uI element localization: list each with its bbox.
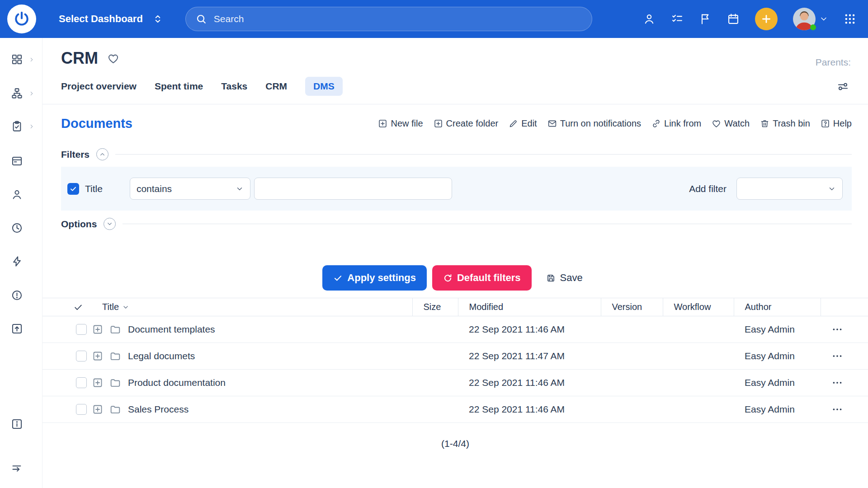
- expand-plus-icon[interactable]: [92, 324, 103, 335]
- sidebar-item-projects[interactable]: [11, 87, 23, 99]
- sidebar-item-info[interactable]: [11, 418, 23, 430]
- notifications-button[interactable]: Turn on notifications: [547, 118, 641, 129]
- row-checkbox[interactable]: [76, 324, 87, 335]
- main-content: CRM Parents: Project overview Spent time…: [42, 38, 868, 488]
- apps-grid-icon[interactable]: [844, 13, 856, 25]
- sidebar-collapse-button[interactable]: [11, 463, 23, 475]
- row-actions-menu-icon[interactable]: [831, 324, 843, 335]
- user-icon[interactable]: [643, 13, 656, 25]
- cell-version: [601, 343, 663, 370]
- sidebar-item-quick-actions[interactable]: [11, 255, 23, 267]
- notifications-label: Turn on notifications: [560, 118, 641, 129]
- page-header: CRM Parents: Project overview Spent time…: [42, 38, 868, 96]
- create-folder-button[interactable]: Create folder: [434, 118, 499, 129]
- user-menu-chevron-icon[interactable]: [819, 14, 828, 23]
- row-actions-menu-icon[interactable]: [831, 377, 843, 389]
- power-logo-icon: [13, 10, 30, 28]
- tab-spent-time[interactable]: Spent time: [155, 77, 203, 96]
- envelope-icon: [547, 119, 557, 128]
- sort-caret-icon[interactable]: [122, 304, 129, 311]
- cell-author: Easy Admin: [734, 343, 821, 370]
- search-icon: [196, 14, 207, 24]
- save-button[interactable]: Save: [541, 265, 588, 291]
- header-divider: [42, 104, 868, 104]
- column-header-title[interactable]: Title: [102, 302, 119, 312]
- chevron-right-icon[interactable]: [28, 90, 35, 97]
- title-filter-input[interactable]: [254, 178, 452, 200]
- folder-icon: [109, 404, 121, 415]
- select-all-icon[interactable]: [73, 302, 83, 312]
- cell-size: [412, 316, 458, 343]
- divider: [123, 224, 852, 224]
- row-checkbox[interactable]: [76, 377, 87, 388]
- tab-project-overview[interactable]: Project overview: [61, 77, 137, 96]
- cell-version: [601, 370, 663, 396]
- link-from-button[interactable]: Link from: [651, 118, 701, 129]
- filters-collapse-button[interactable]: [96, 148, 108, 160]
- edit-button[interactable]: Edit: [509, 118, 537, 129]
- sidebar-item-updates[interactable]: [11, 323, 23, 335]
- question-icon: [821, 119, 830, 128]
- trash-icon: [760, 119, 769, 128]
- trash-bin-button[interactable]: Trash bin: [760, 118, 810, 129]
- new-file-button[interactable]: New file: [378, 118, 423, 129]
- chevron-right-icon[interactable]: [28, 123, 35, 130]
- global-search[interactable]: [185, 7, 592, 31]
- default-filters-label: Default filters: [457, 272, 521, 284]
- help-button[interactable]: Help: [821, 118, 852, 129]
- column-header-version: Version: [601, 298, 663, 316]
- title-filter-checkbox[interactable]: [67, 183, 79, 195]
- quick-add-button[interactable]: [755, 8, 778, 30]
- add-filter-label: Add filter: [689, 183, 726, 194]
- task-list-icon[interactable]: [671, 13, 684, 25]
- row-checkbox[interactable]: [76, 404, 87, 415]
- cell-workflow: [663, 316, 734, 343]
- select-dashboard-button[interactable]: Select Dashboard: [59, 13, 164, 25]
- document-title-link[interactable]: Document templates: [128, 324, 215, 335]
- favorite-heart-icon[interactable]: [107, 52, 119, 65]
- row-actions-menu-icon[interactable]: [831, 350, 843, 362]
- calendar-icon[interactable]: [727, 13, 740, 25]
- operator-select[interactable]: contains: [130, 178, 250, 200]
- tab-dms[interactable]: DMS: [305, 77, 343, 96]
- chevron-right-icon[interactable]: [28, 56, 35, 63]
- cell-version: [601, 316, 663, 343]
- row-actions-menu-icon[interactable]: [831, 404, 843, 415]
- expand-plus-icon[interactable]: [92, 351, 103, 361]
- row-checkbox[interactable]: [76, 351, 87, 361]
- document-title-link[interactable]: Sales Process: [128, 404, 189, 415]
- cell-version: [601, 396, 663, 423]
- sidebar-item-boards[interactable]: [11, 155, 23, 167]
- plus-square-icon: [378, 119, 387, 128]
- sidebar-item-users[interactable]: [11, 188, 23, 201]
- sidebar-item-dashboards[interactable]: [11, 53, 23, 66]
- search-input[interactable]: [213, 13, 582, 25]
- divider: [115, 154, 852, 155]
- sidebar-item-alerts[interactable]: [11, 289, 23, 301]
- options-expand-button[interactable]: [104, 218, 116, 230]
- chevron-down-icon: [828, 185, 836, 193]
- select-dashboard-label: Select Dashboard: [59, 13, 143, 25]
- sidebar-item-time[interactable]: [11, 222, 23, 234]
- dashboard-expander-icon[interactable]: [152, 13, 164, 25]
- document-title-link[interactable]: Legal documets: [128, 351, 195, 361]
- tab-crm[interactable]: CRM: [265, 77, 287, 96]
- flag-icon[interactable]: [699, 13, 712, 25]
- add-filter-select[interactable]: [736, 178, 843, 200]
- apply-settings-button[interactable]: Apply settings: [322, 265, 427, 291]
- document-title-link[interactable]: Product documentation: [128, 377, 226, 388]
- online-status-dot: [810, 24, 816, 30]
- expand-plus-icon[interactable]: [92, 404, 103, 415]
- save-icon: [546, 273, 556, 283]
- tab-tasks[interactable]: Tasks: [221, 77, 247, 96]
- user-menu: [793, 8, 828, 30]
- parents-label: Parents:: [816, 57, 851, 68]
- default-filters-button[interactable]: Default filters: [432, 265, 532, 291]
- sidebar-item-tasks[interactable]: [11, 120, 23, 132]
- expand-plus-icon[interactable]: [92, 377, 103, 388]
- watch-button[interactable]: Watch: [712, 118, 750, 129]
- folder-icon: [109, 351, 121, 362]
- display-settings-icon[interactable]: [837, 80, 849, 93]
- app-logo[interactable]: [7, 5, 36, 33]
- pencil-icon: [509, 119, 518, 128]
